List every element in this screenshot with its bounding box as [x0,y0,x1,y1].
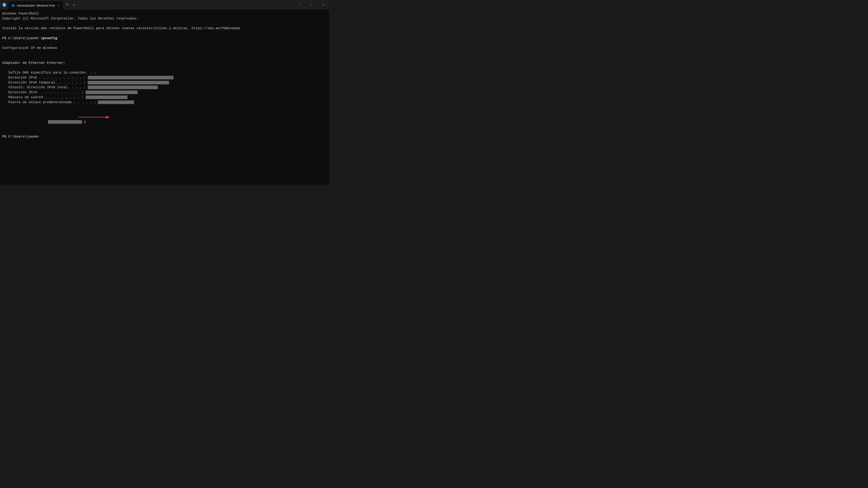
ipv4-value-blurred [86,90,138,94]
active-tab[interactable]: PS Administrador: Windows Pow ✕ [8,1,63,9]
gateway-partial-blurred [48,120,82,124]
maximize-button[interactable]: ☐ [306,0,317,9]
gateway-label: Puerta de enlace predeterminada . . . . … [2,101,98,104]
line-ipv6: Dirección IPv6 . . . . . . . . . . . : [2,75,327,80]
line-empty-6 [2,65,327,70]
new-tab-button[interactable]: + [64,1,71,8]
terminal-window: PS Administrador: Windows Pow ✕ + — ☐ ✕ … [0,0,329,184]
titlebar-left: PS Administrador: Windows Pow ✕ + [0,1,294,9]
ipv4-label: Dirección IPv4. . . . . . . . . . . : [2,90,86,94]
minimize-button[interactable]: — [294,0,306,9]
tab-label: Administrador: Windows Pow [17,4,55,7]
line-copyright: Copyright (C) Microsoft Corporation. Tod… [2,16,327,21]
command-ipconfig: ipconfig [41,36,57,40]
line-install-notice: Instale la versión más reciente de Power… [2,26,327,31]
line-powershell-header: Windows PowerShell [2,11,327,16]
line-empty-7 [2,130,327,134]
close-button[interactable]: ✕ [317,0,329,9]
gateway-value-blurred [98,101,134,104]
line-dns: Sufijo DNS específico para la conexión. … [2,70,327,75]
line-final-prompt: PS C:\Users\juanm> [2,134,327,139]
line-subnet: Máscara de subred . . . . . . . . . : [2,95,327,100]
ipv6-label: Dirección IPv6 . . . . . . . . . . . : [2,76,88,80]
subnet-value-blurred [86,95,127,99]
gateway-suffix-blurred: .1 [48,120,86,124]
line-empty-2 [2,31,327,36]
terminal-body[interactable]: Windows PowerShell Copyright (C) Microso… [0,9,329,184]
line-gateway-2: .1 [2,105,327,130]
line-empty-3 [2,41,327,46]
dns-label: Sufijo DNS específico para la conexión. … [2,71,98,75]
window-controls: — ☐ ✕ [294,0,329,9]
tab-dropdown-button[interactable] [71,2,76,7]
prompt-2: PS C:\Users\juanm> [2,135,39,139]
ipv6l-label: Vínculo: dirección IPv6 local. . . . : [2,86,88,89]
line-empty-5 [2,56,327,61]
svg-text:PS: PS [12,5,14,7]
line-config-title: Configuración IP de Windows [2,46,327,51]
line-empty-4 [2,51,327,56]
gateway-line2-indent [14,110,100,114]
ipv6t-label: Dirección IPv6 temporal. . . . . . . : [2,81,88,85]
prompt-1: PS C:\Users\juanm> [2,36,41,40]
tab-close-button[interactable]: ✕ [57,4,60,7]
line-ipv6-link: Vínculo: dirección IPv6 local. . . . : [2,85,327,90]
titlebar: PS Administrador: Windows Pow ✕ + — ☐ ✕ [0,0,329,9]
line-gateway-1: Puerta de enlace predeterminada . . . . … [2,100,327,105]
line-command: PS C:\Users\juanm> ipconfig [2,36,327,41]
shield-icon [2,2,7,7]
line-ipv4: Dirección IPv4. . . . . . . . . . . : [2,90,327,95]
subnet-label: Máscara de subred . . . . . . . . . : [2,95,86,99]
ipv6-temp-value-blurred [88,81,169,84]
ipv6-value-blurred [88,76,174,79]
svg-marker-3 [106,116,110,119]
line-adapter-header: Adaptador de Ethernet Ethernet: [2,61,327,66]
ipv6-link-value-blurred [88,86,158,89]
red-arrow-annotation [79,115,110,120]
line-ipv6-temp: Dirección IPv6 temporal. . . . . . . : [2,80,327,85]
powershell-tab-icon: PS [11,4,15,7]
gateway-suffix: .1 [82,120,86,124]
line-empty-1 [2,21,327,26]
